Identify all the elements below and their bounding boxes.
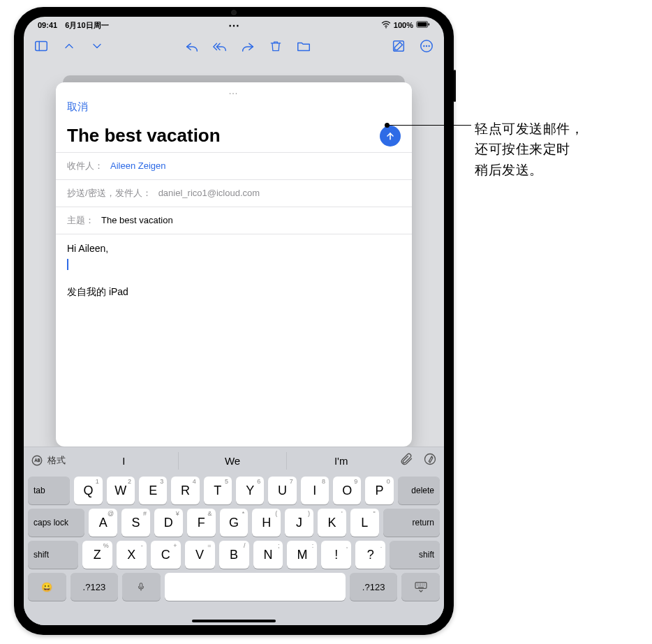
body-signature: 发自我的 iPad <box>67 285 401 299</box>
key-c[interactable]: +C <box>151 541 181 569</box>
cc-bcc-from-field[interactable]: 抄送/密送，发件人： daniel_rico1@icloud.com <box>56 179 412 207</box>
callout-line-3: 稍后发送。 <box>475 160 584 180</box>
key-p[interactable]: 0P <box>365 477 393 504</box>
format-button[interactable]: 格式 <box>31 454 66 467</box>
key-o[interactable]: 9O <box>333 477 361 504</box>
key-symbols-right[interactable]: .?123 <box>350 573 397 601</box>
format-label: 格式 <box>47 454 66 467</box>
suggestion-1[interactable]: I <box>70 452 178 470</box>
svg-point-10 <box>429 46 429 47</box>
key-e[interactable]: 3E <box>139 477 167 504</box>
key-w[interactable]: 2W <box>107 477 135 504</box>
key-t[interactable]: 5T <box>204 477 232 504</box>
more-circle-icon[interactable] <box>419 38 434 54</box>
subject-value: The best vacation <box>101 215 173 225</box>
key-shift-left[interactable]: shift <box>28 541 78 569</box>
to-label: 收件人： <box>67 160 103 172</box>
key-question[interactable]: .? <box>355 541 385 569</box>
key-return[interactable]: return <box>383 509 440 537</box>
svg-rect-14 <box>140 583 143 587</box>
send-button[interactable] <box>380 126 401 147</box>
key-v[interactable]: =V <box>185 541 215 569</box>
svg-rect-3 <box>429 23 430 25</box>
key-b[interactable]: /B <box>219 541 249 569</box>
key-tab[interactable]: tab <box>28 477 70 504</box>
key-j[interactable]: )J <box>285 509 313 537</box>
home-indicator[interactable] <box>192 620 276 622</box>
key-f[interactable]: &F <box>187 509 216 537</box>
key-z[interactable]: %Z <box>82 541 112 569</box>
svg-rect-4 <box>36 42 47 51</box>
key-y[interactable]: 6Y <box>236 477 264 504</box>
chevron-up-icon[interactable] <box>61 38 77 54</box>
key-g[interactable]: *G <box>220 509 249 537</box>
keyboard-toolbar: 格式 I We I'm <box>24 447 444 474</box>
svg-point-9 <box>427 46 427 47</box>
attachment-icon[interactable] <box>399 452 413 469</box>
key-r[interactable]: 4R <box>171 477 199 504</box>
key-hide-keyboard[interactable] <box>401 573 440 601</box>
key-x[interactable]: -X <box>117 541 147 569</box>
trash-icon[interactable] <box>268 38 283 54</box>
from-value: daniel_rico1@icloud.com <box>158 188 260 198</box>
key-i[interactable]: 8I <box>301 477 329 504</box>
status-bar: 09:41 6月10日周一 ⋯ 100% <box>24 17 444 32</box>
cancel-button[interactable]: 取消 <box>67 100 88 112</box>
key-dictation[interactable] <box>122 573 161 601</box>
suggestion-2[interactable]: We <box>178 452 287 470</box>
key-n[interactable]: ;N <box>253 541 283 569</box>
svg-point-8 <box>424 46 424 47</box>
key-a[interactable]: @A <box>89 509 117 537</box>
sheet-grabber-icon[interactable]: … <box>228 85 239 96</box>
callout-line-1: 轻点可发送邮件， <box>475 119 584 139</box>
reply-all-icon[interactable] <box>212 38 228 54</box>
key-shift-right[interactable]: shift <box>390 541 440 569</box>
battery-percent: 100% <box>394 21 413 29</box>
key-h[interactable]: (H <box>252 509 281 537</box>
suggestion-3[interactable]: I'm <box>286 452 395 470</box>
markup-icon[interactable] <box>423 452 437 469</box>
folder-icon[interactable] <box>296 38 311 54</box>
key-u[interactable]: 7U <box>268 477 296 504</box>
to-field[interactable]: 收件人： Aileen Zeigen <box>56 152 412 179</box>
ipad-screen: 09:41 6月10日周一 ⋯ 100% <box>24 17 444 625</box>
key-symbols-left[interactable]: .?123 <box>71 573 118 601</box>
key-delete[interactable]: delete <box>398 477 440 504</box>
key-k[interactable]: 'K <box>318 509 346 537</box>
key-q[interactable]: 1Q <box>74 477 102 504</box>
key-capslock[interactable]: caps lock <box>28 509 84 537</box>
svg-rect-2 <box>417 22 427 27</box>
subject-field[interactable]: 主题： The best vacation <box>56 207 412 234</box>
sidebar-icon[interactable] <box>34 38 49 54</box>
reply-icon[interactable] <box>184 38 200 54</box>
ipad-device-frame: 09:41 6月10日周一 ⋯ 100% <box>14 7 454 635</box>
key-emoji[interactable]: 😀 <box>28 573 66 601</box>
callout-leader-line <box>386 125 471 126</box>
key-space[interactable] <box>165 573 346 601</box>
chevron-down-icon[interactable] <box>89 38 105 54</box>
key-d[interactable]: ¥D <box>154 509 183 537</box>
text-cursor <box>67 259 68 270</box>
battery-icon <box>416 21 430 29</box>
key-exclaim[interactable]: ,! <box>321 541 351 569</box>
compose-sheet: … 取消 The best vacation 收件人： Aileen Zeige… <box>56 82 412 447</box>
keyboard-suggestions: I We I'm <box>70 452 395 470</box>
compose-icon[interactable] <box>391 38 406 54</box>
wifi-icon <box>381 20 391 30</box>
compose-body[interactable]: Hi Aileen, 发自我的 iPad <box>56 234 412 447</box>
svg-point-0 <box>385 27 387 29</box>
key-s[interactable]: #S <box>121 509 150 537</box>
subject-label: 主题： <box>67 214 94 227</box>
key-m[interactable]: :M <box>287 541 317 569</box>
front-camera <box>231 10 237 15</box>
to-value[interactable]: Aileen Zeigen <box>110 160 166 171</box>
compose-title: The best vacation <box>67 125 221 147</box>
status-ellipsis-icon: ⋯ <box>228 19 239 32</box>
body-greeting: Hi Aileen, <box>67 241 401 256</box>
status-date: 6月10日周一 <box>65 20 108 31</box>
forward-icon[interactable] <box>240 38 255 54</box>
mail-toolbar <box>24 32 444 60</box>
key-l[interactable]: "L <box>350 509 379 537</box>
status-time: 09:41 <box>38 21 57 29</box>
on-screen-keyboard: 格式 I We I'm tab <box>24 447 444 625</box>
